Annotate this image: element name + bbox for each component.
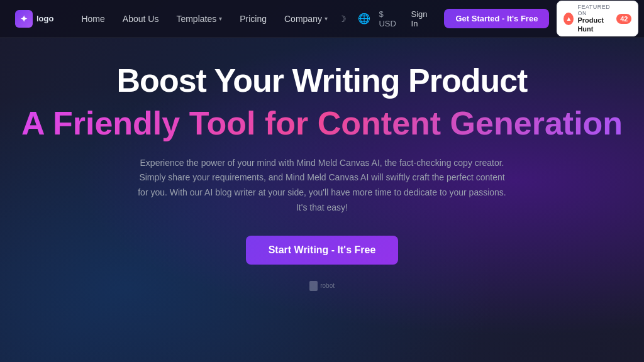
- logo-icon: ✦: [15, 10, 33, 28]
- moon-icon: ☽: [338, 14, 347, 24]
- templates-chevron-icon: ▾: [219, 15, 222, 22]
- nav-item-templates[interactable]: Templates ▾: [169, 10, 230, 28]
- hero-description: Experience the power of your mind with M…: [133, 156, 511, 216]
- company-chevron-icon: ▾: [325, 15, 328, 22]
- nav-item-home[interactable]: Home: [74, 10, 112, 28]
- globe-icon: 🌐: [358, 13, 370, 25]
- hero-title-line2: A Friendly Tool for Content Generation: [21, 104, 623, 143]
- navbar: ✦ logo Home About Us Templates ▾ Pricing…: [0, 0, 644, 38]
- nav-item-pricing[interactable]: Pricing: [232, 10, 274, 28]
- language-selector[interactable]: 🌐: [357, 10, 372, 28]
- logo-link[interactable]: ✦ logo: [15, 10, 53, 28]
- hero-title-line1: Boost Your Writing Product: [117, 63, 528, 99]
- start-writing-button[interactable]: Start Writing - It's Free: [246, 236, 399, 265]
- logo-text: logo: [36, 14, 53, 23]
- product-hunt-name: Product Hunt: [577, 16, 613, 33]
- sign-in-link[interactable]: Sign In: [406, 7, 437, 31]
- product-hunt-featured: FEATURED ON: [577, 4, 613, 16]
- nav-item-about[interactable]: About Us: [115, 10, 167, 28]
- currency-selector[interactable]: $ USD: [379, 9, 398, 28]
- robot-label: robot: [320, 282, 335, 289]
- product-hunt-text: FEATURED ON Product Hunt: [577, 4, 613, 33]
- product-hunt-count: 42: [616, 14, 631, 24]
- robot-icon: [309, 281, 318, 291]
- product-hunt-logo: ▲: [564, 13, 574, 25]
- dark-mode-toggle[interactable]: ☽: [335, 10, 350, 28]
- nav-links: Home About Us Templates ▾ Pricing Compan…: [74, 10, 335, 28]
- nav-right: ☽ 🌐 $ USD Sign In Get Started - It's Fre…: [335, 1, 639, 36]
- hero-section: Boost Your Writing Product A Friendly To…: [0, 38, 644, 305]
- get-started-button[interactable]: Get Started - It's Free: [444, 9, 549, 28]
- product-hunt-badge[interactable]: ▲ FEATURED ON Product Hunt 42: [557, 1, 638, 36]
- robot-preview: robot: [309, 280, 335, 292]
- nav-item-company[interactable]: Company ▾: [277, 10, 335, 28]
